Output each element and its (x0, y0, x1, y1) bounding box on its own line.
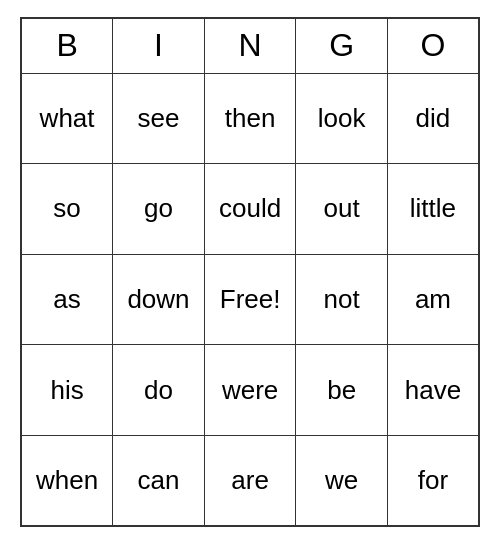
bingo-cell[interactable]: have (387, 345, 479, 436)
bingo-cell[interactable]: down (113, 254, 205, 345)
bingo-body: whatseethenlookdidsogocouldoutlittleasdo… (21, 73, 479, 526)
table-row: sogocouldoutlittle (21, 164, 479, 255)
bingo-cell[interactable]: be (296, 345, 387, 436)
table-row: whencanarewefor (21, 435, 479, 526)
bingo-cell[interactable]: go (113, 164, 205, 255)
bingo-cell[interactable]: can (113, 435, 205, 526)
col-i: I (113, 18, 205, 73)
bingo-cell[interactable]: his (21, 345, 113, 436)
col-b: B (21, 18, 113, 73)
bingo-cell[interactable]: when (21, 435, 113, 526)
bingo-cell[interactable]: we (296, 435, 387, 526)
bingo-cell[interactable]: as (21, 254, 113, 345)
bingo-cell[interactable]: could (204, 164, 296, 255)
bingo-card: B I N G O whatseethenlookdidsogocouldout… (20, 17, 480, 527)
bingo-cell[interactable]: not (296, 254, 387, 345)
bingo-cell[interactable]: then (204, 73, 296, 164)
bingo-cell[interactable]: so (21, 164, 113, 255)
bingo-cell[interactable]: look (296, 73, 387, 164)
table-row: asdownFree!notam (21, 254, 479, 345)
bingo-cell[interactable]: do (113, 345, 205, 436)
bingo-cell[interactable]: are (204, 435, 296, 526)
bingo-cell[interactable]: out (296, 164, 387, 255)
bingo-cell[interactable]: did (387, 73, 479, 164)
table-row: whatseethenlookdid (21, 73, 479, 164)
bingo-cell[interactable]: Free! (204, 254, 296, 345)
header-row: B I N G O (21, 18, 479, 73)
bingo-cell[interactable]: for (387, 435, 479, 526)
bingo-cell[interactable]: were (204, 345, 296, 436)
col-o: O (387, 18, 479, 73)
col-g: G (296, 18, 387, 73)
bingo-cell[interactable]: see (113, 73, 205, 164)
bingo-cell[interactable]: little (387, 164, 479, 255)
bingo-cell[interactable]: am (387, 254, 479, 345)
bingo-cell[interactable]: what (21, 73, 113, 164)
table-row: hisdowerebehave (21, 345, 479, 436)
col-n: N (204, 18, 296, 73)
